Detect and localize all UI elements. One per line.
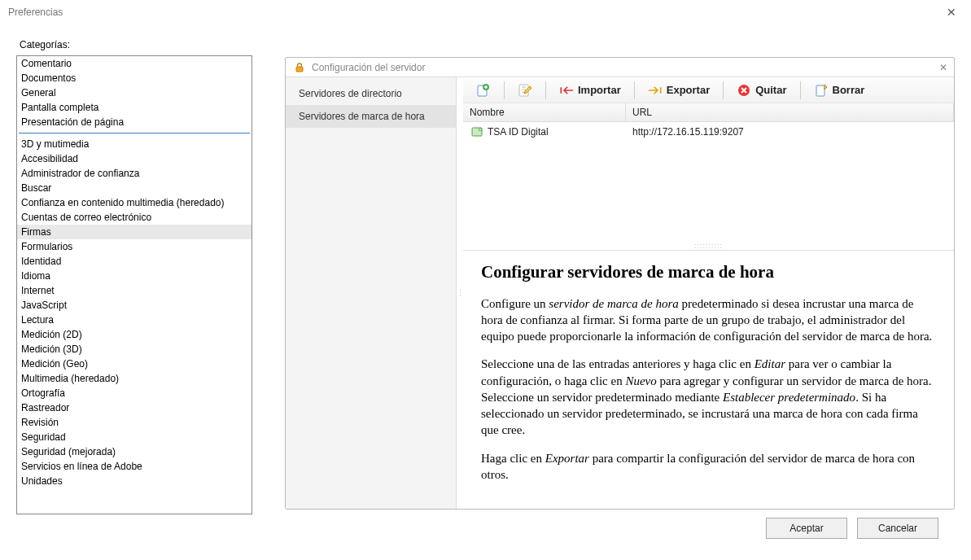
table-row[interactable]: TSA ID Digitalhttp://172.16.15.119:9207 bbox=[463, 122, 954, 142]
server-config-panel: Configuración del servidor ✕ Servidores … bbox=[285, 57, 955, 510]
col-url[interactable]: URL bbox=[626, 103, 954, 121]
edit-icon bbox=[518, 83, 532, 98]
category-item[interactable]: Pantalla completa bbox=[17, 100, 251, 115]
category-item[interactable]: Idioma bbox=[17, 269, 251, 283]
horizontal-grip[interactable]: :::::::::: bbox=[463, 242, 954, 250]
category-item[interactable]: Accesibilidad bbox=[17, 151, 251, 166]
toolbar: Importar Exportar bbox=[463, 77, 954, 103]
remove-icon bbox=[737, 83, 751, 98]
panel-close-icon[interactable]: ✕ bbox=[939, 62, 947, 73]
category-item[interactable]: Identidad bbox=[17, 254, 251, 269]
category-item[interactable]: General bbox=[17, 85, 251, 100]
col-name[interactable]: Nombre bbox=[463, 103, 626, 121]
category-item[interactable]: Presentación de página bbox=[17, 115, 251, 129]
category-item[interactable]: Medición (Geo) bbox=[17, 357, 251, 371]
category-item[interactable]: Documentos bbox=[17, 71, 251, 85]
remove-button[interactable]: Quitar bbox=[728, 81, 794, 100]
edit-button[interactable] bbox=[510, 81, 540, 100]
category-item[interactable]: Unidades bbox=[17, 474, 251, 488]
category-item[interactable]: Internet bbox=[17, 283, 251, 298]
svg-rect-5 bbox=[816, 85, 824, 96]
category-item[interactable]: Cuentas de correo electrónico bbox=[17, 210, 251, 225]
category-item[interactable]: Multimedia (heredado) bbox=[17, 371, 251, 386]
category-item[interactable]: Seguridad (mejorada) bbox=[17, 444, 251, 459]
subnav-item[interactable]: Servidores de marca de hora bbox=[286, 105, 456, 128]
panel-title-text: Configuración del servidor bbox=[312, 62, 425, 73]
categories-label: Categorías: bbox=[20, 39, 252, 50]
category-item[interactable]: Lectura bbox=[17, 313, 251, 327]
category-item[interactable]: Rastreador bbox=[17, 400, 251, 415]
category-item[interactable]: Buscar bbox=[17, 181, 251, 195]
description-p1: Configure un servidor de marca de hora p… bbox=[481, 295, 936, 345]
category-item[interactable]: Revisión bbox=[17, 415, 251, 430]
close-icon[interactable]: ✕ bbox=[940, 2, 963, 22]
categories-list[interactable]: ComentarioDocumentosGeneralPantalla comp… bbox=[16, 55, 252, 514]
category-item[interactable]: Medición (3D) bbox=[17, 342, 251, 357]
category-item[interactable]: Comentario bbox=[17, 56, 251, 71]
window-title: Preferencias bbox=[8, 7, 63, 18]
server-table-header: Nombre URL bbox=[463, 103, 954, 122]
lock-icon bbox=[292, 60, 307, 75]
category-item[interactable]: Firmas bbox=[17, 225, 251, 239]
import-button[interactable]: Importar bbox=[551, 81, 629, 100]
category-item[interactable]: Formularios bbox=[17, 239, 251, 254]
svg-rect-0 bbox=[296, 67, 303, 72]
remove-label: Quitar bbox=[755, 84, 786, 96]
cancel-button[interactable]: Cancelar bbox=[857, 518, 938, 539]
server-url: http://172.16.15.119:9207 bbox=[626, 126, 954, 138]
subnav-item[interactable]: Servidores de directorio bbox=[286, 82, 456, 105]
category-item[interactable]: Confianza en contenido multimedia (hered… bbox=[17, 195, 251, 210]
ok-button[interactable]: Aceptar bbox=[766, 518, 847, 539]
category-item[interactable]: Administrador de confianza bbox=[17, 166, 251, 181]
category-item[interactable]: Medición (2D) bbox=[17, 327, 251, 342]
category-item[interactable]: Seguridad bbox=[17, 430, 251, 444]
server-table-body: TSA ID Digitalhttp://172.16.15.119:9207 bbox=[463, 122, 954, 242]
import-label: Importar bbox=[578, 84, 621, 96]
window-titlebar: Preferencias ✕ bbox=[0, 0, 971, 24]
sub-nav: Servidores de directorioServidores de ma… bbox=[286, 77, 457, 509]
category-item[interactable]: 3D y mutimedia bbox=[17, 137, 251, 151]
category-item[interactable]: Ortografía bbox=[17, 386, 251, 400]
clear-icon bbox=[814, 83, 829, 98]
import-arrow-icon bbox=[559, 83, 574, 98]
description-p3: Haga clic en Exportar para compartir la … bbox=[481, 450, 936, 483]
category-item[interactable]: JavaScript bbox=[17, 298, 251, 313]
server-icon bbox=[470, 125, 484, 139]
export-label: Exportar bbox=[667, 84, 710, 96]
description-heading: Configurar servidores de marca de hora bbox=[481, 260, 936, 283]
vertical-grip[interactable]: ⋮ bbox=[457, 77, 463, 509]
server-name: TSA ID Digital bbox=[488, 126, 549, 138]
export-button[interactable]: Exportar bbox=[640, 81, 718, 100]
new-button[interactable] bbox=[468, 81, 499, 100]
description-p2: Seleccione una de las entradas anteriore… bbox=[481, 356, 936, 438]
description-pane: Configurar servidores de marca de hora C… bbox=[463, 250, 954, 509]
category-item[interactable]: Servicios en línea de Adobe bbox=[17, 459, 251, 474]
clear-label: Borrar bbox=[833, 84, 865, 96]
category-divider bbox=[19, 133, 250, 133]
clear-button[interactable]: Borrar bbox=[806, 81, 873, 100]
export-arrow-icon bbox=[648, 83, 663, 98]
add-icon bbox=[476, 83, 491, 98]
